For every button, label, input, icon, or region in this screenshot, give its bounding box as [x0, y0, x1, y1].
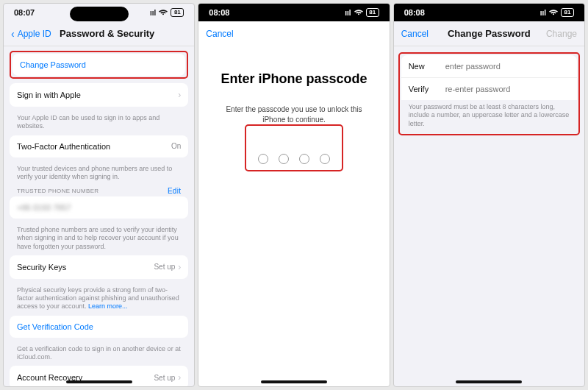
- signal-icon: ııl: [150, 9, 156, 17]
- passcode-subtitle: Enter the passcode you use to unlock thi…: [204, 104, 383, 124]
- change-password-highlight: New Verify Your password must be at leas…: [398, 52, 580, 135]
- passcode-dots-highlight: [245, 124, 343, 171]
- change-password-row[interactable]: Change Password: [12, 54, 185, 76]
- edit-button[interactable]: Edit: [168, 187, 181, 195]
- security-keys-label: Security Keys: [17, 263, 66, 272]
- screen-change-password: 08:08 ııl 81 Cancel Change Password Chan…: [393, 3, 585, 387]
- back-label: Apple ID: [18, 29, 51, 39]
- battery-icon: 81: [171, 8, 184, 17]
- two-factor-value: On: [171, 142, 181, 150]
- screen-enter-passcode: 08:08 ııl 81 Cancel Enter iPhone passcod…: [198, 3, 390, 387]
- page-title: Change Password: [445, 28, 533, 39]
- verify-password-row[interactable]: Verify: [401, 77, 577, 100]
- chevron-right-icon: ›: [178, 372, 181, 383]
- new-password-row[interactable]: New: [401, 55, 577, 77]
- cancel-button[interactable]: Cancel: [206, 29, 233, 39]
- nav-bar: Cancel: [198, 21, 389, 46]
- security-keys-detail: Set up: [154, 263, 175, 271]
- verification-code-footer: Get a verification code to sign in on an…: [10, 342, 188, 366]
- verify-password-label: Verify: [409, 85, 445, 93]
- nav-bar: ‹ Apple ID Password & Security: [4, 21, 194, 46]
- status-time: 08:08: [209, 8, 229, 17]
- nav-bar: Cancel Change Password Change: [394, 21, 584, 46]
- notch: [70, 7, 129, 21]
- verification-code-row[interactable]: Get Verification Code: [10, 316, 188, 338]
- battery-icon: 81: [366, 8, 379, 17]
- chevron-right-icon: ›: [178, 90, 181, 100]
- trusted-phone-footer: Trusted phone numbers are used to verify…: [10, 223, 188, 255]
- trusted-phone-row[interactable]: +86 0193 7857: [10, 196, 188, 219]
- home-indicator[interactable]: [456, 380, 522, 383]
- wifi-icon: [159, 9, 168, 17]
- status-bar: 08:08 ııl 81: [198, 4, 389, 21]
- two-factor-row[interactable]: Two-Factor Authentication On: [10, 135, 188, 157]
- status-time: 08:07: [14, 8, 35, 17]
- passcode-dot: [320, 154, 330, 164]
- two-factor-label: Two-Factor Authentication: [17, 142, 110, 151]
- verification-code-label: Get Verification Code: [17, 322, 93, 331]
- page-title: Password & Security: [60, 28, 154, 39]
- new-password-label: New: [409, 62, 445, 71]
- change-password-highlight: Change Password: [10, 51, 188, 79]
- home-indicator[interactable]: [66, 380, 132, 383]
- settings-list[interactable]: Change Password Sign in with Apple › You…: [4, 46, 194, 386]
- status-bar: 08:08 ııl 81: [394, 4, 584, 21]
- sign-in-apple-label: Sign in with Apple: [17, 91, 81, 99]
- chevron-right-icon: ›: [178, 262, 181, 272]
- sign-in-apple-row[interactable]: Sign in with Apple ›: [10, 83, 188, 107]
- two-factor-footer: Your trusted devices and phone numbers a…: [10, 162, 188, 186]
- cancel-button[interactable]: Cancel: [401, 29, 429, 39]
- signal-icon: ııl: [540, 9, 546, 17]
- passcode-content: Enter iPhone passcode Enter the passcode…: [198, 46, 389, 386]
- passcode-dot: [258, 154, 268, 164]
- signal-icon: ııl: [345, 9, 351, 17]
- learn-more-link[interactable]: Learn more...: [88, 302, 128, 310]
- battery-icon: 81: [561, 8, 574, 17]
- security-keys-row[interactable]: Security Keys Set up›: [10, 255, 188, 279]
- new-password-input[interactable]: [445, 62, 570, 71]
- screen-password-security: 08:07 ııl 81 ‹ Apple ID Password & Secur…: [3, 3, 195, 387]
- verify-password-input[interactable]: [445, 85, 570, 93]
- back-button[interactable]: ‹ Apple ID: [11, 29, 55, 39]
- wifi-icon: [354, 9, 363, 17]
- status-time: 08:08: [404, 8, 425, 17]
- home-indicator[interactable]: [261, 380, 327, 383]
- passcode-dot: [299, 154, 309, 164]
- passcode-dots[interactable]: [246, 148, 342, 170]
- passcode-dot: [279, 154, 289, 164]
- account-recovery-detail: Set up: [154, 374, 175, 382]
- change-button[interactable]: Change: [546, 29, 577, 39]
- wifi-icon: [549, 9, 558, 17]
- trusted-phone-number: +86 0193 7857: [17, 203, 71, 212]
- password-hint: Your password must be at least 8 charact…: [401, 100, 577, 132]
- passcode-title: Enter iPhone passcode: [204, 71, 383, 87]
- trusted-phone-header: TRUSTED PHONE NUMBER: [17, 188, 98, 194]
- status-bar: 08:07 ııl 81: [4, 4, 194, 21]
- change-password-label: Change Password: [20, 60, 86, 69]
- sign-in-apple-footer: Your Apple ID can be used to sign in to …: [10, 111, 188, 135]
- chevron-left-icon: ‹: [11, 29, 15, 39]
- security-keys-footer: Physical security keys provide a strong …: [10, 283, 188, 316]
